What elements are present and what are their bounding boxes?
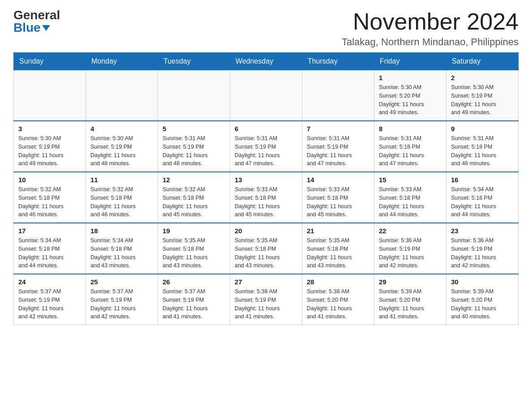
calendar-week-row: 17Sunrise: 5:34 AM Sunset: 5:18 PM Dayli… (14, 223, 519, 274)
day-number: 27 (235, 278, 297, 286)
page-header: General Blue November 2024 Talakag, Nort… (13, 9, 519, 48)
day-number: 24 (18, 278, 81, 286)
day-info: Sunrise: 5:31 AM Sunset: 5:19 PM Dayligh… (235, 134, 297, 168)
calendar-day-cell: 20Sunrise: 5:35 AM Sunset: 5:18 PM Dayli… (230, 223, 302, 274)
calendar-week-row: 3Sunrise: 5:30 AM Sunset: 5:19 PM Daylig… (14, 121, 519, 172)
calendar-day-cell: 1Sunrise: 5:30 AM Sunset: 5:20 PM Daylig… (374, 70, 446, 121)
day-number: 12 (163, 176, 225, 184)
day-info: Sunrise: 5:34 AM Sunset: 5:18 PM Dayligh… (451, 185, 514, 219)
day-number: 18 (90, 227, 153, 235)
day-number: 15 (379, 176, 442, 184)
calendar-day-cell: 21Sunrise: 5:35 AM Sunset: 5:18 PM Dayli… (302, 223, 374, 274)
day-info: Sunrise: 5:32 AM Sunset: 5:18 PM Dayligh… (18, 185, 81, 219)
day-number: 3 (18, 125, 81, 133)
day-info: Sunrise: 5:35 AM Sunset: 5:18 PM Dayligh… (307, 236, 369, 270)
day-info: Sunrise: 5:32 AM Sunset: 5:18 PM Dayligh… (163, 185, 225, 219)
day-info: Sunrise: 5:34 AM Sunset: 5:18 PM Dayligh… (18, 236, 81, 270)
calendar-day-cell: 19Sunrise: 5:35 AM Sunset: 5:18 PM Dayli… (158, 223, 230, 274)
calendar-day-cell: 8Sunrise: 5:31 AM Sunset: 5:18 PM Daylig… (374, 121, 446, 172)
logo-triangle-icon (42, 25, 50, 31)
calendar-day-cell: 15Sunrise: 5:33 AM Sunset: 5:18 PM Dayli… (374, 172, 446, 223)
calendar-day-cell: 18Sunrise: 5:34 AM Sunset: 5:18 PM Dayli… (86, 223, 158, 274)
day-number: 26 (163, 278, 225, 286)
day-number: 21 (307, 227, 369, 235)
calendar-day-cell: 6Sunrise: 5:31 AM Sunset: 5:19 PM Daylig… (230, 121, 302, 172)
day-number: 11 (90, 176, 153, 184)
calendar-day-cell: 27Sunrise: 5:38 AM Sunset: 5:19 PM Dayli… (230, 274, 302, 325)
day-info: Sunrise: 5:37 AM Sunset: 5:19 PM Dayligh… (18, 287, 81, 321)
day-info: Sunrise: 5:34 AM Sunset: 5:18 PM Dayligh… (90, 236, 153, 270)
calendar-day-cell: 26Sunrise: 5:37 AM Sunset: 5:19 PM Dayli… (158, 274, 230, 325)
calendar-day-cell (302, 70, 374, 121)
day-number: 16 (451, 176, 514, 184)
day-info: Sunrise: 5:35 AM Sunset: 5:18 PM Dayligh… (163, 236, 225, 270)
day-of-week-header: Saturday (446, 53, 518, 70)
calendar-day-cell: 22Sunrise: 5:36 AM Sunset: 5:19 PM Dayli… (374, 223, 446, 274)
day-info: Sunrise: 5:31 AM Sunset: 5:19 PM Dayligh… (163, 134, 225, 168)
calendar-week-row: 10Sunrise: 5:32 AM Sunset: 5:18 PM Dayli… (14, 172, 519, 223)
day-number: 14 (307, 176, 369, 184)
calendar-day-cell: 4Sunrise: 5:30 AM Sunset: 5:19 PM Daylig… (86, 121, 158, 172)
day-info: Sunrise: 5:32 AM Sunset: 5:18 PM Dayligh… (90, 185, 153, 219)
calendar-week-row: 24Sunrise: 5:37 AM Sunset: 5:19 PM Dayli… (14, 274, 519, 325)
day-number: 23 (451, 227, 514, 235)
day-number: 17 (18, 227, 81, 235)
day-info: Sunrise: 5:30 AM Sunset: 5:20 PM Dayligh… (379, 83, 442, 117)
day-of-week-header: Sunday (14, 53, 86, 70)
logo-blue-text: Blue (13, 21, 41, 34)
day-info: Sunrise: 5:38 AM Sunset: 5:20 PM Dayligh… (307, 287, 369, 321)
day-of-week-header: Thursday (302, 53, 374, 70)
calendar-table: SundayMondayTuesdayWednesdayThursdayFrid… (13, 52, 519, 325)
month-title: November 2024 (342, 9, 519, 34)
day-of-week-header: Friday (374, 53, 446, 70)
day-number: 1 (379, 74, 442, 81)
calendar-day-cell: 17Sunrise: 5:34 AM Sunset: 5:18 PM Dayli… (14, 223, 86, 274)
day-number: 5 (163, 125, 225, 133)
calendar-day-cell: 10Sunrise: 5:32 AM Sunset: 5:18 PM Dayli… (14, 172, 86, 223)
calendar-day-cell: 13Sunrise: 5:33 AM Sunset: 5:18 PM Dayli… (230, 172, 302, 223)
day-number: 13 (235, 176, 297, 184)
calendar-day-cell: 2Sunrise: 5:30 AM Sunset: 5:19 PM Daylig… (446, 70, 518, 121)
calendar-day-cell (230, 70, 302, 121)
day-number: 9 (451, 125, 514, 133)
calendar-day-cell (158, 70, 230, 121)
calendar-day-cell (86, 70, 158, 121)
day-info: Sunrise: 5:30 AM Sunset: 5:19 PM Dayligh… (451, 83, 514, 117)
calendar-week-row: 1Sunrise: 5:30 AM Sunset: 5:20 PM Daylig… (14, 70, 519, 121)
day-of-week-header: Monday (86, 53, 158, 70)
day-info: Sunrise: 5:30 AM Sunset: 5:19 PM Dayligh… (18, 134, 81, 168)
calendar-day-cell: 5Sunrise: 5:31 AM Sunset: 5:19 PM Daylig… (158, 121, 230, 172)
day-number: 8 (379, 125, 442, 133)
day-number: 30 (451, 278, 514, 286)
calendar-day-cell: 24Sunrise: 5:37 AM Sunset: 5:19 PM Dayli… (14, 274, 86, 325)
calendar-day-cell: 9Sunrise: 5:31 AM Sunset: 5:18 PM Daylig… (446, 121, 518, 172)
day-info: Sunrise: 5:33 AM Sunset: 5:18 PM Dayligh… (235, 185, 297, 219)
logo-general-text: General (13, 9, 60, 21)
calendar-day-cell: 11Sunrise: 5:32 AM Sunset: 5:18 PM Dayli… (86, 172, 158, 223)
day-number: 19 (163, 227, 225, 235)
day-info: Sunrise: 5:30 AM Sunset: 5:19 PM Dayligh… (90, 134, 153, 168)
calendar-day-cell: 14Sunrise: 5:33 AM Sunset: 5:18 PM Dayli… (302, 172, 374, 223)
day-info: Sunrise: 5:36 AM Sunset: 5:19 PM Dayligh… (379, 236, 442, 270)
calendar-day-cell: 29Sunrise: 5:39 AM Sunset: 5:20 PM Dayli… (374, 274, 446, 325)
day-info: Sunrise: 5:31 AM Sunset: 5:18 PM Dayligh… (451, 134, 514, 168)
day-info: Sunrise: 5:39 AM Sunset: 5:20 PM Dayligh… (451, 287, 514, 321)
day-info: Sunrise: 5:31 AM Sunset: 5:19 PM Dayligh… (307, 134, 369, 168)
calendar-day-cell: 7Sunrise: 5:31 AM Sunset: 5:19 PM Daylig… (302, 121, 374, 172)
day-number: 25 (90, 278, 153, 286)
day-number: 10 (18, 176, 81, 184)
day-of-week-header: Tuesday (158, 53, 230, 70)
calendar-day-cell: 16Sunrise: 5:34 AM Sunset: 5:18 PM Dayli… (446, 172, 518, 223)
day-number: 20 (235, 227, 297, 235)
day-number: 22 (379, 227, 442, 235)
day-number: 6 (235, 125, 297, 133)
day-info: Sunrise: 5:38 AM Sunset: 5:19 PM Dayligh… (235, 287, 297, 321)
day-info: Sunrise: 5:36 AM Sunset: 5:19 PM Dayligh… (451, 236, 514, 270)
day-info: Sunrise: 5:35 AM Sunset: 5:18 PM Dayligh… (235, 236, 297, 270)
day-number: 4 (90, 125, 153, 133)
logo: General Blue (13, 9, 65, 34)
day-number: 29 (379, 278, 442, 286)
day-info: Sunrise: 5:33 AM Sunset: 5:18 PM Dayligh… (379, 185, 442, 219)
calendar-day-cell: 23Sunrise: 5:36 AM Sunset: 5:19 PM Dayli… (446, 223, 518, 274)
calendar-day-cell: 28Sunrise: 5:38 AM Sunset: 5:20 PM Dayli… (302, 274, 374, 325)
